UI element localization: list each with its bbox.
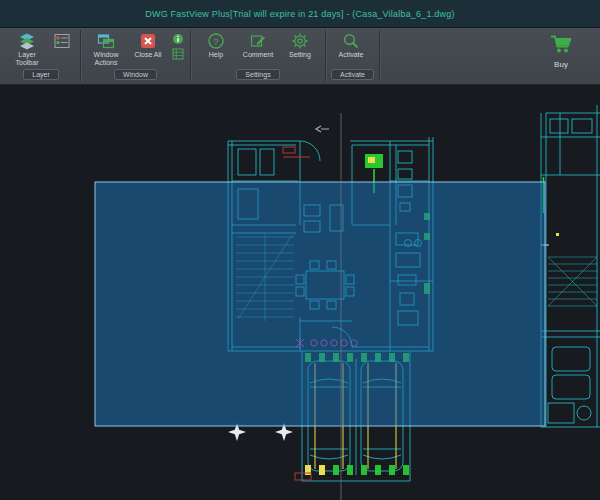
dwg-fastview-window: DWG FastView Plus[Trial will expire in 2…: [0, 0, 600, 500]
activate-button[interactable]: Activate: [331, 31, 371, 60]
drawing-canvas[interactable]: [0, 85, 600, 500]
ribbon-group-window: Window Actions Close All: [81, 30, 191, 82]
help-icon: ?: [207, 32, 225, 50]
info-button[interactable]: [170, 33, 185, 46]
floor-plan-right: [541, 105, 600, 427]
titlebar[interactable]: DWG FastView Plus[Trial will expire in 2…: [0, 0, 600, 28]
ribbon-group-label-window[interactable]: Window: [114, 69, 157, 80]
help-button[interactable]: ? Help: [196, 31, 236, 60]
help-label: Help: [209, 51, 223, 59]
grid-button[interactable]: [170, 48, 185, 61]
window-mini-buttons: [170, 31, 185, 61]
selection-box: [95, 182, 545, 426]
ribbon-group-label-activate[interactable]: Activate: [331, 69, 374, 80]
close-all-button[interactable]: Close All: [128, 31, 168, 60]
setting-button[interactable]: Setting: [280, 31, 320, 60]
ribbon-group-label-layer[interactable]: Layer: [23, 69, 59, 80]
cad-drawing[interactable]: [0, 85, 600, 500]
layer-list-button[interactable]: [49, 31, 75, 51]
layer-toolbar-button[interactable]: Layer Toolbar: [7, 31, 47, 68]
ribbon-group-activate: Activate Activate: [326, 30, 380, 82]
close-all-label: Close All: [134, 51, 161, 59]
ribbon-group-settings: ? Help Comment Setting Settings: [191, 30, 326, 82]
gear-icon: [291, 32, 309, 50]
setting-label: Setting: [289, 51, 311, 59]
layer-toolbar-label: Layer Toolbar: [9, 51, 45, 67]
parking-columns-bottom: [305, 465, 409, 475]
cursor-marker-icon: [316, 126, 329, 132]
window-title: DWG FastView Plus[Trial will expire in 2…: [145, 9, 454, 19]
staircase-right: [548, 257, 597, 306]
comment-button[interactable]: Comment: [238, 31, 278, 60]
cart-icon: [549, 33, 573, 59]
window-actions-icon: [97, 32, 115, 50]
comment-label: Comment: [243, 51, 273, 59]
svg-text:?: ?: [213, 36, 218, 47]
comment-icon: [249, 32, 267, 50]
magnifier-icon: [342, 32, 360, 50]
ribbon-group-layer: Layer Toolbar Layer: [2, 30, 81, 82]
grid-icon: [172, 46, 184, 64]
ribbon-group-label-settings[interactable]: Settings: [236, 69, 279, 80]
layers-icon: [18, 32, 36, 50]
buy-button[interactable]: Buy: [538, 33, 584, 69]
close-all-icon: [139, 32, 157, 50]
ribbon-toolbar: Layer Toolbar Layer Window Actions: [0, 28, 600, 85]
window-actions-button[interactable]: Window Actions: [86, 31, 126, 68]
activate-label: Activate: [339, 51, 364, 59]
window-actions-label: Window Actions: [88, 51, 124, 67]
buy-label: Buy: [554, 60, 568, 69]
layer-list-icon: [53, 32, 71, 50]
